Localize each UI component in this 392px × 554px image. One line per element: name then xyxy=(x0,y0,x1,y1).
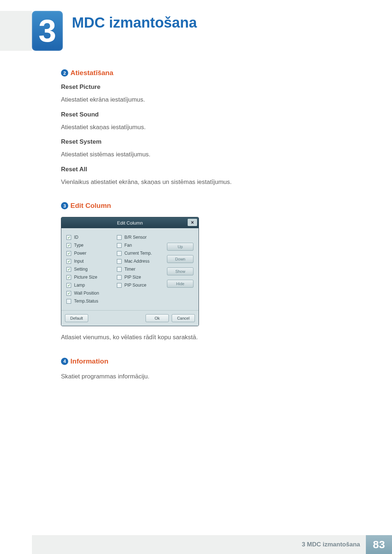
checkbox[interactable] xyxy=(117,259,122,264)
checkbox-label: PIP Source xyxy=(124,283,146,288)
checkbox-label: Temp.Status xyxy=(74,299,98,304)
dialog-titlebar: Edit Column × xyxy=(61,217,199,228)
cancel-button[interactable]: Cancel xyxy=(172,314,195,322)
checkbox[interactable]: ✓ xyxy=(66,283,71,288)
checkbox-row: ✓Picture Size xyxy=(66,275,117,280)
checkbox-row: Current Temp. xyxy=(117,251,167,256)
page-title: MDC izmantošana xyxy=(72,15,197,31)
checkbox[interactable]: ✓ xyxy=(66,291,71,296)
subhead-reset-sound: Reset Sound xyxy=(61,111,337,118)
checkbox-label: Power xyxy=(74,251,86,256)
checkbox-row: ✓Input xyxy=(66,259,117,264)
section-number-badge: 2 xyxy=(61,69,68,77)
hide-button[interactable]: Hide xyxy=(167,280,193,288)
checkbox-label: Input xyxy=(74,259,84,264)
text-reset-system: Atiestatiet sistēmas iestatījumus. xyxy=(61,150,337,159)
checkbox-row: ✓Setting xyxy=(66,267,117,272)
text-reset-all: Vienlaikus atiestatiet ekrāna, skaņas un… xyxy=(61,177,337,187)
checkbox[interactable]: ✓ xyxy=(66,235,71,240)
checkbox-row: Temp.Status xyxy=(66,299,117,304)
section-4-text: Skatiet programmas informāciju. xyxy=(61,372,337,381)
checkbox-row: PIP Source xyxy=(117,283,167,288)
checkbox-row: ✓Type xyxy=(66,243,117,248)
edit-column-dialog: Edit Column × ✓ID✓Type✓Power✓Input✓Setti… xyxy=(61,217,199,326)
checkbox-row: PIP Size xyxy=(117,275,167,280)
checkbox-row: Timer xyxy=(117,267,167,272)
checkbox-label: Wall Position xyxy=(74,291,99,296)
checkbox[interactable] xyxy=(117,275,122,280)
checkbox-label: B/R Sensor xyxy=(124,235,147,240)
checkbox[interactable]: ✓ xyxy=(66,243,71,248)
checkbox[interactable]: ✓ xyxy=(66,275,71,280)
checkbox-label: Mac Address xyxy=(124,259,150,264)
section-number-badge: 4 xyxy=(61,358,68,365)
show-button[interactable]: Show xyxy=(167,267,193,275)
section-4-title: Information xyxy=(70,357,109,365)
checkbox-row: ✓Lamp xyxy=(66,283,117,288)
down-button[interactable]: Down xyxy=(167,255,193,263)
checkbox[interactable] xyxy=(117,267,122,272)
close-icon[interactable]: × xyxy=(188,219,197,226)
section-2-title: Atiestatīšana xyxy=(70,69,113,77)
checkbox[interactable]: ✓ xyxy=(66,259,71,264)
subhead-reset-all: Reset All xyxy=(61,166,337,173)
checkbox-label: Picture Size xyxy=(74,275,97,280)
up-button[interactable]: Up xyxy=(167,243,193,251)
section-3-title: Edit Column xyxy=(70,202,111,210)
section-2-heading: 2 Atiestatīšana xyxy=(61,69,337,77)
checkbox[interactable] xyxy=(117,235,122,240)
text-reset-picture: Atiestatiet ekrāna iestatījumus. xyxy=(61,95,337,104)
checkbox[interactable]: ✓ xyxy=(66,251,71,256)
checkbox-row: ✓Wall Position xyxy=(66,291,117,296)
subhead-reset-picture: Reset Picture xyxy=(61,83,337,91)
dialog-title-text: Edit Column xyxy=(117,220,143,226)
checkbox-label: ID xyxy=(74,235,78,240)
checkbox-label: Type xyxy=(74,243,83,248)
section-number-badge: 3 xyxy=(61,202,68,209)
footer-text: 3 MDC izmantošana xyxy=(32,535,366,554)
checkbox-row: Mac Address xyxy=(117,259,167,264)
checkbox[interactable] xyxy=(117,283,122,288)
chapter-side-tab xyxy=(0,11,32,51)
checkbox-row: Fan xyxy=(117,243,167,248)
checkbox[interactable] xyxy=(117,243,122,248)
checkbox-row: B/R Sensor xyxy=(117,235,167,240)
page-number: 83 xyxy=(366,535,392,554)
checkbox-label: Lamp xyxy=(74,283,85,288)
checkbox[interactable] xyxy=(66,299,71,304)
checkbox-label: Timer xyxy=(124,267,135,272)
checkbox-label: Fan xyxy=(124,243,132,248)
checkbox-row: ✓ID xyxy=(66,235,117,240)
default-button[interactable]: Default xyxy=(65,314,88,322)
ok-button[interactable]: Ok xyxy=(146,314,169,322)
section-3-heading: 3 Edit Column xyxy=(61,202,337,210)
subhead-reset-system: Reset System xyxy=(61,138,337,145)
chapter-number-badge: 3 xyxy=(32,11,63,51)
checkbox-label: PIP Size xyxy=(124,275,141,280)
checkbox-label: Setting xyxy=(74,267,87,272)
text-reset-sound: Atiestatiet skaņas iestatījumus. xyxy=(61,123,337,132)
section-4-heading: 4 Information xyxy=(61,357,337,365)
checkbox-row: ✓Power xyxy=(66,251,117,256)
section-3-caption: Atlasiet vienumus, ko vēlaties rādīt kop… xyxy=(61,333,337,342)
checkbox[interactable]: ✓ xyxy=(66,267,71,272)
checkbox[interactable] xyxy=(117,251,122,256)
checkbox-label: Current Temp. xyxy=(124,251,152,256)
